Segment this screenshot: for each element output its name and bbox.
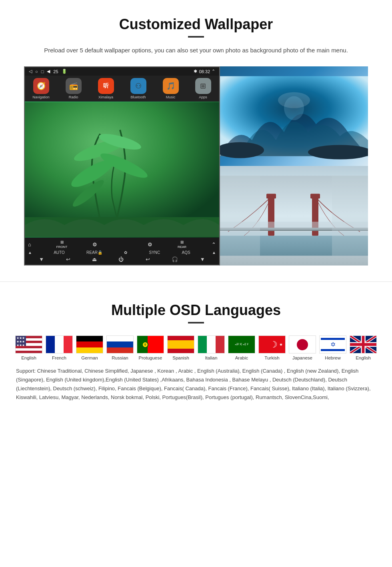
germany-red <box>76 341 103 347</box>
support-text: Support: Chinese Traditional, Chinese Si… <box>16 367 376 402</box>
back-btn[interactable]: ↩ <box>66 256 70 262</box>
prev-btn[interactable]: ▲ <box>28 250 32 255</box>
flag-label-english-uk: English <box>356 355 371 360</box>
flag-item-turkish: ☽ ★ Turkish <box>258 335 286 360</box>
photo-ice-cave <box>220 66 368 166</box>
russia-white <box>107 336 133 341</box>
status-right: ✱ 08:32 ⌃ <box>194 69 215 74</box>
music-icon: 🎵 <box>163 78 179 94</box>
flag-item-portuguese: ⦿ Protuguese <box>136 335 165 360</box>
eject-btn[interactable]: ⏏ <box>92 256 97 262</box>
media-btn[interactable]: 🎧 <box>172 256 178 262</box>
flag-item-russian: Russian <box>106 335 134 360</box>
front-icon: ⊞FRONT <box>56 240 68 249</box>
italy-green <box>198 336 207 353</box>
phone-apps-row: 🧭 Navigation 📻 Radio 听 Ximalaya ⚇ Blueto… <box>25 76 219 102</box>
down-btn[interactable]: ▼ <box>39 256 44 262</box>
israel-stripe-bot <box>321 349 345 351</box>
arabic-green: لا إله إلا الله <box>228 336 255 353</box>
home-btn[interactable]: ⌂ <box>28 242 31 248</box>
app-navigation[interactable]: 🧭 Navigation <box>25 78 57 99</box>
languages-title: Multiple OSD Languages <box>16 302 376 319</box>
power-btn[interactable]: ⏻ <box>118 256 124 262</box>
flag-usa: ★★★★★★★★★ <box>15 335 42 353</box>
expand-icon[interactable]: ⌃ <box>212 242 216 248</box>
flag-germany <box>76 335 103 353</box>
russia-red <box>107 347 133 353</box>
back-icon: ◁ <box>29 69 32 74</box>
phone-wallpaper-display <box>25 102 219 238</box>
flag-italy <box>198 335 225 353</box>
flag-france <box>46 335 73 353</box>
eq-icon2[interactable]: ⚙ <box>148 242 152 248</box>
plant-illustration <box>25 102 219 238</box>
italy-red <box>216 336 224 353</box>
israel-stripe-top <box>321 338 345 340</box>
flag-label-arabic: Arabic <box>235 355 248 360</box>
languages-section: Multiple OSD Languages ★★★★★★★★★ English… <box>0 282 392 418</box>
volume-icon: ◀ <box>47 69 50 74</box>
flag-russia <box>106 335 134 353</box>
svg-rect-18 <box>266 194 276 199</box>
japan-circle <box>297 339 308 350</box>
app-bluetooth[interactable]: ⚇ Bluetooth <box>122 78 154 99</box>
battery-icon: 🔋 <box>62 69 67 74</box>
bottom-row-3: ▼ ↩ ⏏ ⏻ ↩ 🎧 ▼ <box>28 256 216 262</box>
ice-cave-svg <box>220 66 368 166</box>
bridge-svg <box>220 166 368 266</box>
portugal-emblem: ⦿ <box>142 341 148 348</box>
flag-item-arabic: لا إله إلا الله Arabic <box>227 335 256 360</box>
flag-label-hebrew: Hebrew <box>325 355 341 360</box>
flag-item-french: French <box>45 335 74 360</box>
settings-icon[interactable]: ✿ <box>124 250 127 255</box>
radio-icon: 📻 <box>66 78 82 94</box>
flags-row: ★★★★★★★★★ English French German <box>16 335 376 360</box>
bluetooth-icon: ⚇ <box>130 78 146 94</box>
svg-rect-22 <box>220 176 260 256</box>
wallpaper-section: Customized Wallpaper Preload over 5 defa… <box>0 0 392 282</box>
time-display: 08:32 <box>199 69 210 74</box>
flag-israel: ✡ <box>319 335 346 353</box>
flag-spain <box>167 335 194 353</box>
arabic-text: لا إله إلا الله <box>234 342 249 346</box>
turkey-crescent: ☽ <box>270 339 278 350</box>
apps-icon: ⊞ <box>195 78 211 94</box>
flag-item-hebrew: ✡ Hebrew <box>318 335 347 360</box>
rear-icon: ⊞REAR <box>178 240 186 249</box>
bottom-row-1: ⌂ ⊞FRONT ⚙ ⚙ ⊞REAR ⌃ <box>28 240 216 249</box>
flag-item-english: ★★★★★★★★★ English <box>14 335 43 360</box>
languages-divider <box>188 322 204 323</box>
nav-icon: 🧭 <box>33 78 49 94</box>
ximalaya-label: Ximalaya <box>98 95 113 99</box>
app-radio[interactable]: 📻 Radio <box>57 78 90 99</box>
auto-label: AUTO <box>54 250 65 255</box>
flag-label-german: German <box>81 355 98 360</box>
app-music[interactable]: 🎵 Music <box>154 78 187 99</box>
next-btn[interactable]: ▲ <box>212 250 216 255</box>
germany-gold <box>76 347 103 353</box>
bluetooth-label: Bluetooth <box>130 95 146 99</box>
signal-value: 25 <box>53 69 58 74</box>
radio-label: Radio <box>69 95 78 99</box>
flag-label-spanish: Spanish <box>172 355 189 360</box>
flag-label-turkish: Turkish <box>264 355 279 360</box>
germany-black <box>76 336 103 341</box>
flag-item-italian: Italian <box>197 335 226 360</box>
flag-label-italian: Italian <box>205 355 218 360</box>
turkey-star: ★ <box>279 342 283 347</box>
phone-bottom-controls: ⌂ ⊞FRONT ⚙ ⚙ ⊞REAR ⌃ ▲ AUTO REAR🔒 ✿ SYNC <box>25 238 219 265</box>
svg-rect-23 <box>332 176 368 256</box>
bluetooth-status-icon: ✱ <box>194 69 197 74</box>
wallpaper-description: Preload over 5 default wallpaper options… <box>40 46 352 55</box>
apps-label: Apps <box>199 95 207 99</box>
mute-btn[interactable]: ↩ <box>146 256 150 262</box>
eq-icon[interactable]: ⚙ <box>92 242 97 248</box>
page-title: Customized Wallpaper <box>24 16 368 33</box>
flag-label-english: English <box>21 355 36 360</box>
home-icon: ○ <box>35 69 38 74</box>
france-white <box>55 336 64 353</box>
app-apps[interactable]: ⊞ Apps <box>187 78 219 99</box>
phone-mockup: ◁ ○ □ ◀ 25 🔋 ✱ 08:32 ⌃ 🧭 Navigation <box>24 66 220 266</box>
scroll-down-btn[interactable]: ▼ <box>200 256 205 262</box>
app-ximalaya[interactable]: 听 Ximalaya <box>90 78 122 99</box>
